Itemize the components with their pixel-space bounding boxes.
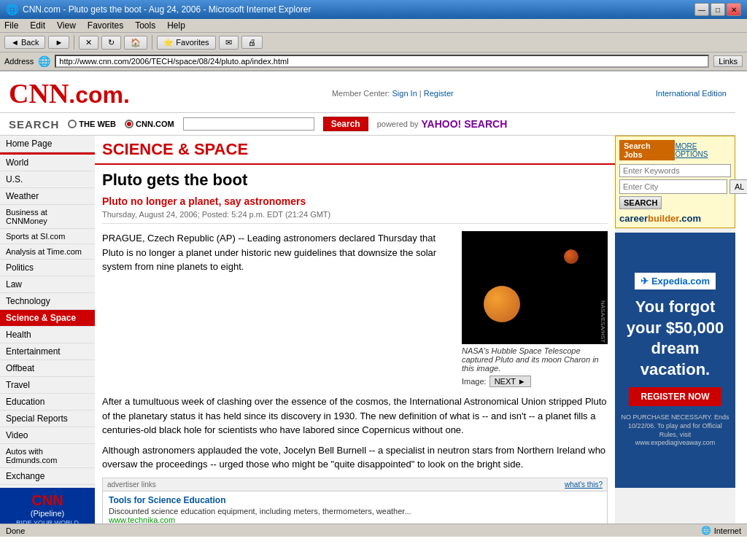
back-button[interactable]: ◄ Back xyxy=(4,36,45,49)
print-button[interactable]: 🖨 xyxy=(241,36,263,49)
menu-edit[interactable]: Edit xyxy=(30,20,45,31)
jobs-keywords-input[interactable] xyxy=(619,164,731,177)
home-button[interactable]: 🏠 xyxy=(124,36,147,50)
yahoo-powered: powered by YAHOO! SEARCH xyxy=(377,118,508,130)
what-this-link[interactable]: what's this? xyxy=(565,481,603,489)
ie-icon: 🌐 xyxy=(6,4,18,15)
section-title: SCIENCE & SPACE xyxy=(102,140,248,158)
close-button[interactable]: ✕ xyxy=(727,3,741,16)
refresh-button[interactable]: ↻ xyxy=(101,36,121,50)
image-label: Image: xyxy=(462,377,487,386)
article-body2: After a tumultuous week of clashing over… xyxy=(102,394,608,472)
article-para3: Although astronomers applauded the vote,… xyxy=(102,443,608,472)
sidebar-item-homepage[interactable]: Home Page xyxy=(0,136,95,152)
sidebar-item-health[interactable]: Health xyxy=(0,327,95,343)
pluto-graphic xyxy=(484,286,520,322)
jobs-search-button[interactable]: SEARCH xyxy=(619,196,662,209)
article-headline: Pluto gets the boot xyxy=(102,171,608,190)
sidebar-item-special-reports[interactable]: Special Reports xyxy=(0,411,95,427)
sidebar-item-sports[interactable]: Sports at SI.com xyxy=(0,229,95,244)
search-button[interactable]: Search xyxy=(323,117,368,131)
yahoo-logo: YAHOO! SEARCH xyxy=(422,118,508,130)
links-button[interactable]: Links xyxy=(713,55,743,67)
article-para2: After a tumultuous week of clashing over… xyxy=(102,394,608,438)
article-image-box: NASA/ESA/HST NASA's Hubble Space Telesco… xyxy=(462,231,608,387)
article-date: Thursday, August 24, 2006; Posted: 5:24 … xyxy=(102,210,608,224)
article-with-image: PRAGUE, Czech Republic (AP) -- Leading a… xyxy=(102,231,608,387)
menu-file[interactable]: File xyxy=(4,20,18,31)
cnn-header: CNN.com. Member Center: Sign In | Regist… xyxy=(0,71,735,113)
jobs-state-select[interactable]: ALL xyxy=(729,179,747,194)
sidebar-item-exchange[interactable]: Exchange xyxy=(0,468,95,485)
menu-help[interactable]: Help xyxy=(167,20,185,31)
advertiser-header: advertiser links what's this? xyxy=(103,478,607,491)
address-label: Address xyxy=(4,57,34,66)
forward-button[interactable]: ► xyxy=(48,36,69,49)
search-label: SEARCH xyxy=(9,118,59,131)
sidebar-item-travel[interactable]: Travel xyxy=(0,377,95,394)
expedia-plane-icon: ✈ xyxy=(640,276,649,287)
content-area: SCIENCE & SPACE Pluto gets the boot Plut… xyxy=(95,136,615,524)
sidebar-item-video[interactable]: Video xyxy=(0,427,95,444)
adv-item-url[interactable]: www.technika.com xyxy=(109,516,601,524)
radio-cnn[interactable]: CNN.COM xyxy=(125,120,174,128)
advertiser-links: advertiser links what's this? Tools for … xyxy=(102,478,608,524)
image-caption: NASA's Hubble Space Telescope captured P… xyxy=(462,346,608,373)
register-link[interactable]: Register xyxy=(424,89,454,98)
sidebar-item-politics[interactable]: Politics xyxy=(0,260,95,276)
sidebar-item-us[interactable]: U.S. xyxy=(0,171,95,188)
sidebar-item-technology[interactable]: Technology xyxy=(0,293,95,310)
cb-dot: builder xyxy=(648,213,679,224)
sidebar-item-analysis[interactable]: Analysis at Time.com xyxy=(0,244,95,260)
radio-circle-web xyxy=(68,120,77,128)
next-image-button[interactable]: NEXT ► xyxy=(489,376,531,387)
sidebar-item-education[interactable]: Education xyxy=(0,394,95,411)
main-layout: Home Page World U.S. Weather Business at… xyxy=(0,136,735,524)
sidebar-item-weather[interactable]: Weather xyxy=(0,188,95,205)
browser-toolbar: ◄ Back ► ✕ ↻ 🏠 ⭐ Favorites ✉ 🖨 xyxy=(0,33,747,52)
international-edition[interactable]: International Edition xyxy=(656,89,727,98)
adv-item-desc: Discounted science education equipment, … xyxy=(109,507,601,516)
window-title: CNN.com - Pluto gets the boot - Aug 24, … xyxy=(23,4,311,15)
address-input[interactable] xyxy=(55,55,709,68)
radio-the-web[interactable]: THE WEB xyxy=(68,120,116,128)
menu-tools[interactable]: Tools xyxy=(135,20,155,31)
address-bar: Address 🌐 Links xyxy=(0,52,747,71)
status-right: 🌐 Internet xyxy=(701,526,741,535)
content-columns: SCIENCE & SPACE Pluto gets the boot Plut… xyxy=(95,136,735,524)
expedia-headline: You forgot your $50,000 dream vacation. xyxy=(621,297,729,380)
sidebar-item-world[interactable]: World xyxy=(0,155,95,171)
menu-view[interactable]: View xyxy=(57,20,76,31)
expedia-logo-box: ✈ Expedia.com xyxy=(635,273,716,289)
more-options-link[interactable]: MORE OPTIONS xyxy=(675,142,731,158)
search-input[interactable] xyxy=(183,117,314,131)
maximize-button[interactable]: □ xyxy=(711,3,725,16)
article-area: Pluto gets the boot Pluto no longer a pl… xyxy=(95,165,615,524)
sign-in-link[interactable]: Sign In xyxy=(392,89,417,98)
adv-header-text: advertiser links xyxy=(107,481,156,489)
sidebar-item-entertainment[interactable]: Entertainment xyxy=(0,343,95,360)
expedia-register-button[interactable]: REGISTER NOW xyxy=(629,387,721,406)
sidebar-item-autos[interactable]: Autos with Edmunds.com xyxy=(0,444,95,468)
section-header: SCIENCE & SPACE xyxy=(95,136,615,165)
sidebar-item-law[interactable]: Law xyxy=(0,276,95,293)
cnn-logo: CNN.com. xyxy=(9,77,130,109)
space-image: NASA/ESA/HST xyxy=(462,231,608,344)
sidebar-item-science[interactable]: Science & Space xyxy=(0,310,95,327)
article-subhead: Pluto no longer a planet, say astronomer… xyxy=(102,195,608,207)
image-watermark: NASA/ESA/HST xyxy=(600,300,606,343)
stop-button[interactable]: ✕ xyxy=(79,36,98,50)
menu-favorites[interactable]: Favorites xyxy=(88,20,123,31)
zone-label: Internet xyxy=(714,526,741,535)
cb-suffix: .com xyxy=(679,213,701,224)
adv-item-link[interactable]: Tools for Science Education xyxy=(109,495,225,505)
minimize-button[interactable]: — xyxy=(694,3,709,16)
favorites-button[interactable]: ⭐ Favorites xyxy=(157,36,215,50)
internet-icon: 🌐 xyxy=(701,526,711,535)
jobs-box: Search Jobs MORE OPTIONS ALL SEARCH xyxy=(615,136,735,228)
mail-button[interactable]: ✉ xyxy=(219,36,239,50)
sidebar-item-offbeat[interactable]: Offbeat xyxy=(0,360,95,377)
image-nav: Image: NEXT ► xyxy=(462,376,608,387)
sidebar-item-business[interactable]: Business at CNNMoney xyxy=(0,205,95,229)
jobs-city-input[interactable] xyxy=(619,179,727,194)
